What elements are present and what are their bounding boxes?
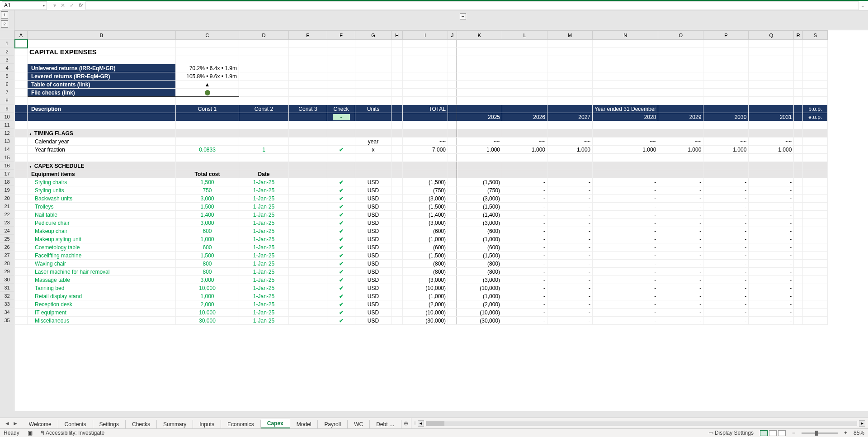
- cell[interactable]: [502, 48, 547, 56]
- cell[interactable]: -: [547, 243, 593, 252]
- cell[interactable]: -: [703, 292, 749, 300]
- cell[interactable]: [803, 72, 828, 81]
- cell[interactable]: [392, 97, 403, 105]
- sheet-tab-payroll[interactable]: Payroll: [318, 420, 348, 428]
- cell[interactable]: [547, 129, 593, 138]
- cell[interactable]: [794, 276, 803, 284]
- cell[interactable]: [803, 56, 828, 64]
- cell[interactable]: -: [658, 203, 703, 211]
- cell[interactable]: [15, 121, 28, 129]
- cell[interactable]: [658, 170, 703, 178]
- cell[interactable]: [448, 40, 457, 48]
- cell[interactable]: [289, 243, 327, 252]
- cell[interactable]: [749, 129, 794, 138]
- cell[interactable]: [803, 97, 828, 105]
- row-header[interactable]: 12: [0, 129, 14, 137]
- cell[interactable]: [289, 146, 327, 154]
- cell[interactable]: [593, 72, 658, 81]
- cell[interactable]: ✔: [327, 146, 355, 154]
- cell[interactable]: Levered returns (IRR•EqM•GR): [28, 72, 176, 81]
- cell[interactable]: (3,000): [457, 276, 502, 284]
- cell[interactable]: 1,500: [176, 252, 239, 260]
- cell[interactable]: [547, 170, 593, 178]
- cell[interactable]: (750): [403, 186, 448, 195]
- grid-table[interactable]: ABCDEFGHIJKLMNOPQRSCAPITAL EXPENSESUnlev…: [14, 30, 828, 325]
- cell[interactable]: [749, 64, 794, 72]
- cell[interactable]: [176, 121, 239, 129]
- cell[interactable]: [448, 203, 457, 211]
- cell[interactable]: -: [593, 260, 658, 268]
- row-header[interactable]: 24: [0, 227, 14, 235]
- hscroll-right-icon[interactable]: ►: [859, 420, 865, 427]
- cell[interactable]: USD: [355, 211, 392, 219]
- cell[interactable]: [15, 162, 28, 170]
- cell[interactable]: [327, 170, 355, 178]
- cell[interactable]: [448, 138, 457, 146]
- cell[interactable]: -: [658, 300, 703, 309]
- cell[interactable]: (3,000): [403, 219, 448, 227]
- col-header[interactable]: G: [355, 31, 392, 40]
- cell[interactable]: -: [658, 309, 703, 317]
- cell[interactable]: [289, 178, 327, 186]
- view-page-break-icon[interactable]: [778, 430, 786, 436]
- cell[interactable]: USD: [355, 203, 392, 211]
- cell[interactable]: (800): [403, 268, 448, 276]
- cell[interactable]: [355, 170, 392, 178]
- cell[interactable]: 1-Jan-25: [239, 178, 289, 186]
- cancel-icon[interactable]: ✕: [61, 2, 65, 9]
- cell[interactable]: Makeup styling unit: [28, 235, 176, 243]
- cell[interactable]: [547, 56, 593, 64]
- cell[interactable]: -: [703, 235, 749, 243]
- cell[interactable]: (10,000): [403, 309, 448, 317]
- cell[interactable]: -: [502, 284, 547, 292]
- cell[interactable]: 1,400: [176, 211, 239, 219]
- cell[interactable]: ✔: [327, 227, 355, 235]
- col-header[interactable]: Q: [749, 31, 794, 40]
- cell[interactable]: [392, 72, 403, 81]
- cell[interactable]: [794, 300, 803, 309]
- cell[interactable]: [355, 72, 392, 81]
- cell[interactable]: [457, 170, 502, 178]
- col-header[interactable]: O: [658, 31, 703, 40]
- cell[interactable]: [289, 195, 327, 203]
- sheet-tab-contents[interactable]: Contents: [58, 420, 93, 428]
- cell[interactable]: USD: [355, 243, 392, 252]
- cell[interactable]: [15, 40, 28, 48]
- cell[interactable]: -: [749, 211, 794, 219]
- row-header[interactable]: 5: [0, 72, 14, 80]
- cell[interactable]: [703, 72, 749, 81]
- col-header[interactable]: N: [593, 31, 658, 40]
- cell[interactable]: [392, 252, 403, 260]
- cell[interactable]: [448, 81, 457, 89]
- cell[interactable]: ✔: [327, 235, 355, 243]
- cell[interactable]: [28, 56, 176, 64]
- cell[interactable]: [15, 243, 28, 252]
- zoom-level[interactable]: 85%: [854, 430, 864, 436]
- cell[interactable]: [502, 89, 547, 97]
- cell[interactable]: [15, 72, 28, 81]
- cell[interactable]: [794, 268, 803, 276]
- cell[interactable]: [392, 48, 403, 56]
- cell[interactable]: [289, 64, 327, 72]
- cell[interactable]: [289, 129, 327, 138]
- cell[interactable]: [239, 64, 289, 72]
- cell[interactable]: -: [502, 235, 547, 243]
- cell[interactable]: Const 3: [289, 105, 327, 113]
- cell[interactable]: 1,000: [176, 292, 239, 300]
- zoom-out-icon[interactable]: −: [792, 430, 795, 436]
- cell[interactable]: [794, 89, 803, 97]
- sheet-tab-checks[interactable]: Checks: [126, 420, 157, 428]
- hscroll-track[interactable]: [426, 421, 857, 426]
- cell[interactable]: [457, 129, 502, 138]
- outline-level-1[interactable]: 1: [1, 11, 8, 19]
- cell[interactable]: [457, 105, 502, 113]
- cell[interactable]: [658, 72, 703, 81]
- cell[interactable]: [448, 235, 457, 243]
- cell[interactable]: [355, 162, 392, 170]
- cell[interactable]: [289, 284, 327, 292]
- cell[interactable]: [803, 154, 828, 162]
- cell[interactable]: [15, 235, 28, 243]
- cell[interactable]: USD: [355, 219, 392, 227]
- cell[interactable]: [355, 154, 392, 162]
- cell[interactable]: ✔: [327, 211, 355, 219]
